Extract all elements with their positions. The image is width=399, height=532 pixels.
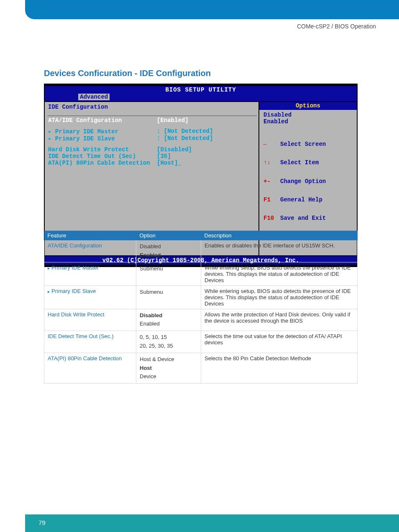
table-row: Hard Disk Write ProtectDisabledEnabledAl…: [44, 309, 358, 331]
feature-label: ATA(PI) 80Pin Cable Detection: [48, 355, 122, 361]
submenu-arrow-icon: ▸: [48, 289, 51, 294]
option-value: Enabled: [140, 320, 197, 328]
bios-subtitle: IDE Configuration: [47, 103, 257, 114]
top-banner: [25, 0, 399, 19]
bios-value: [35]: [157, 153, 171, 160]
key-action: Select Item: [280, 159, 319, 166]
description-cell: While entering setup, BIOS auto detects …: [201, 285, 358, 309]
feature-cell: ATA/IDE Configuration: [44, 240, 136, 262]
bios-options-title: Options: [259, 102, 357, 110]
description-cell: Allows the write protection of Hard Disk…: [201, 309, 358, 331]
bios-option[interactable]: Enabled: [263, 118, 353, 125]
feature-cell: ATA(PI) 80Pin Cable Detection: [44, 353, 136, 383]
table-row: ▸Primary IDE MasterSubmenuWhile entering…: [44, 262, 358, 285]
bios-tab-advanced[interactable]: Advanced: [78, 94, 110, 100]
option-cell: DisabledEnabled: [136, 309, 201, 331]
option-value: Submenu: [140, 265, 197, 273]
bios-value: : [Not Detected]: [157, 128, 213, 135]
key-action: Select Screen: [280, 141, 326, 148]
option-cell: 0, 5, 10, 1520, 25, 30, 35: [136, 331, 201, 353]
feature-label: ATA/IDE Configuration: [48, 242, 102, 249]
feature-cell: Hard Disk Write Protect: [44, 309, 136, 331]
bios-tabs: Advanced: [45, 94, 357, 101]
option-cell: Submenu: [136, 285, 201, 309]
key-glyph: F10: [263, 215, 280, 221]
option-cell: Host & DeviceHostDevice: [136, 353, 201, 383]
option-value: Disabled: [140, 242, 197, 251]
bios-row-hdwp[interactable]: Hard Disk Write Protect [Disabled]: [47, 146, 257, 153]
page-number: 79: [25, 514, 399, 526]
option-value: Submenu: [140, 288, 197, 297]
feature-label: Primary IDE Master: [51, 265, 99, 271]
bios-value: : [Not Detected]: [157, 135, 213, 142]
section-title: Devices Conficuration - IDE Configuratio…: [44, 69, 211, 78]
description-cell: Selects the 80 Pin Cable Detection Metho…: [201, 353, 358, 383]
option-value: Enabled: [140, 251, 197, 260]
bios-row-cable-detection[interactable]: ATA(PI) 80Pin Cable Detection [Host]_: [47, 160, 257, 166]
option-value: Host: [140, 364, 197, 373]
description-cell: Enables or disables the IDE interface of…: [201, 240, 358, 262]
key-glyph: +-: [263, 178, 280, 185]
key-action: Change Option: [280, 178, 326, 185]
col-option: Option: [136, 231, 201, 240]
bios-label: Hard Disk Write Protect: [48, 146, 157, 153]
breadcrumb: COMe-cSP2 / BIOS Operation: [297, 23, 376, 30]
col-description: Description: [201, 231, 358, 240]
feature-label: IDE Detect Time Out (Sec.): [48, 333, 114, 339]
table-row: ATA(PI) 80Pin Cable DetectionHost & Devi…: [44, 353, 358, 383]
key-action: General Help: [280, 196, 322, 203]
option-cell: Submenu: [136, 262, 201, 285]
feature-cell: ▸Primary IDE Slave: [44, 285, 136, 309]
feature-cell: IDE Detect Time Out (Sec.): [44, 331, 136, 353]
table-row: IDE Detect Time Out (Sec.)0, 5, 10, 1520…: [44, 331, 358, 353]
option-value: 20, 25, 30, 35: [140, 342, 197, 351]
table-header-row: Feature Option Description: [44, 231, 358, 240]
bios-value: [Enabled]: [157, 117, 189, 124]
bios-title-bar: BIOS SETUP UTILITY Advanced: [45, 86, 357, 101]
table-row: ATA/IDE ConfigurationDisabledEnabledEnab…: [44, 240, 358, 262]
option-value: 0, 5, 10, 15: [140, 333, 197, 342]
submenu-arrow-icon: ▸: [48, 266, 51, 270]
page-footer: 79: [25, 514, 399, 532]
bios-row-ata-ide[interactable]: ATA/IDE Configuration [Enabled]: [47, 117, 257, 124]
feature-cell: ▸Primary IDE Master: [44, 262, 136, 285]
description-cell: While entering setup, BIOS auto detects …: [201, 262, 358, 285]
bios-label: ATA/IDE Configuration: [48, 117, 157, 124]
bios-row-primary-master[interactable]: ▸ Primary IDE Master : [Not Detected]: [47, 128, 257, 135]
bios-value: [Host]_: [157, 160, 182, 166]
bios-row-ide-timeout[interactable]: IDE Detect Time Out (Sec) [35]: [47, 153, 257, 160]
col-feature: Feature: [44, 231, 136, 240]
option-value: Disabled: [140, 311, 197, 320]
description-cell: Selects the time out value for the detec…: [201, 331, 358, 353]
bios-options: Disabled Enabled: [259, 110, 357, 127]
feature-label: Primary IDE Slave: [51, 288, 96, 294]
option-value: Device: [140, 372, 197, 381]
table-row: ▸Primary IDE SlaveSubmenuWhile entering …: [44, 285, 358, 309]
feature-label: Hard Disk Write Protect: [48, 311, 105, 318]
bios-title: BIOS SETUP UTILITY: [45, 86, 357, 94]
bios-label: ▸ Primary IDE Master: [48, 128, 157, 135]
bios-label: ATA(PI) 80Pin Cable Detection: [48, 160, 157, 166]
key-glyph: ←: [263, 141, 280, 148]
bios-label: IDE Detect Time Out (Sec): [48, 153, 157, 160]
bios-label: ▸ Primary IDE Slave: [48, 135, 157, 142]
features-table: Feature Option Description ATA/IDE Confi…: [44, 231, 358, 384]
key-action: Save and Exit: [280, 215, 326, 221]
option-value: Host & Device: [140, 355, 197, 364]
bios-value: [Disabled]: [157, 146, 192, 153]
option-cell: DisabledEnabled: [136, 240, 201, 262]
key-glyph: F1: [263, 197, 280, 203]
key-glyph: ↑↓: [263, 160, 280, 166]
bios-row-primary-slave[interactable]: ▸ Primary IDE Slave : [Not Detected]: [47, 135, 257, 142]
bios-option[interactable]: Disabled: [263, 112, 353, 118]
